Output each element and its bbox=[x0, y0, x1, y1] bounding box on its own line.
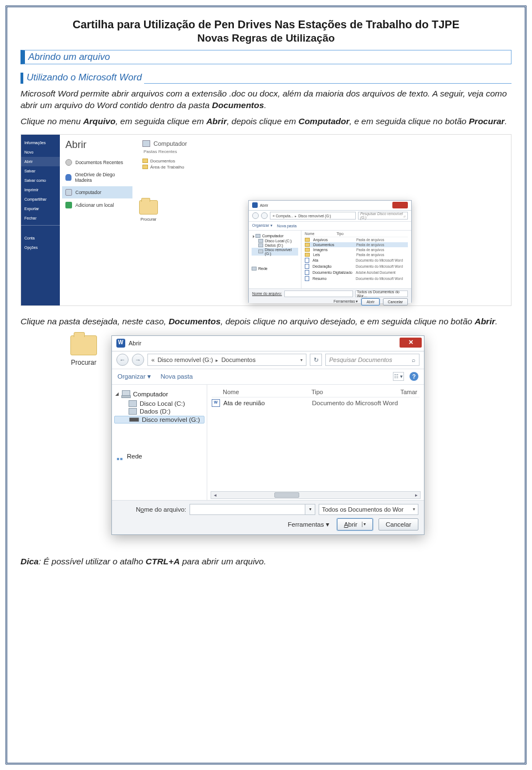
file-row[interactable]: ResumoDocumento do Microsoft Word bbox=[305, 276, 408, 282]
dropdown-icon: ▾ bbox=[413, 507, 415, 512]
cancel-label: Cancelar bbox=[386, 521, 411, 528]
right-header: Computador bbox=[142, 140, 503, 147]
open-button[interactable]: Abrir│▾ bbox=[337, 518, 373, 531]
filename-history-button[interactable]: ▾ bbox=[305, 504, 315, 515]
back-button[interactable]: ← bbox=[116, 354, 129, 366]
newfolder-button[interactable]: Nova pasta bbox=[161, 373, 193, 380]
nav-print[interactable]: Imprimir bbox=[21, 185, 60, 195]
col-size[interactable]: Tamar bbox=[391, 389, 420, 395]
nav-info[interactable]: Informações bbox=[21, 138, 60, 147]
crumb-0: « Computa... bbox=[273, 214, 293, 218]
folder-desk-label: Área de Trabalho bbox=[150, 165, 184, 170]
drive-icon bbox=[129, 400, 137, 407]
organize-button[interactable]: Organizar ▾ bbox=[117, 373, 151, 380]
filetype-select[interactable]: Todos os Documentos do Wor▾ bbox=[319, 504, 418, 515]
file-row[interactable]: DeclaraçãoDocumento do Microsoft Word bbox=[305, 263, 408, 269]
col-name[interactable]: Nome bbox=[212, 389, 311, 395]
filename-input[interactable] bbox=[284, 290, 353, 297]
folder-desktop[interactable]: Área de Trabalho bbox=[142, 165, 503, 170]
file-row[interactable]: ArquivosPasta de arquivos bbox=[305, 237, 408, 242]
back-button[interactable] bbox=[252, 212, 259, 219]
nav-close[interactable]: Fechar bbox=[21, 213, 60, 223]
nav-saveas[interactable]: Salvar como bbox=[21, 176, 60, 185]
procurar-tile[interactable]: Procurar bbox=[136, 200, 161, 222]
breadcrumb[interactable]: « Disco removível (G:) Documentos ▾ bbox=[147, 354, 306, 366]
nav-options[interactable]: Opções bbox=[21, 243, 60, 252]
navgrp-computer[interactable]: Computador bbox=[252, 234, 298, 238]
close-button[interactable]: ✕ bbox=[400, 338, 422, 348]
usb-icon bbox=[258, 249, 263, 253]
scroll-right-icon[interactable]: ▸ bbox=[412, 492, 420, 498]
computer-item[interactable]: Computador bbox=[62, 186, 132, 198]
recent-documents-item[interactable]: Documentos Recentes bbox=[62, 156, 132, 169]
big-dialog-row: Procurar Abrir ✕ ← → « Disco removível (… bbox=[70, 335, 511, 535]
file-row[interactable]: Documento DigitalizadoAdobe Acrobat Docu… bbox=[305, 269, 408, 276]
file-name: Imagens bbox=[313, 248, 353, 252]
folder-documents[interactable]: Documentos bbox=[142, 159, 503, 164]
drive-d[interactable]: Dados (D:) bbox=[114, 408, 204, 415]
plus-icon bbox=[65, 202, 72, 208]
help-button[interactable]: ? bbox=[410, 372, 418, 381]
organize-button[interactable]: Organizar ▾ bbox=[252, 223, 273, 228]
file-row[interactable]: DocumentosPasta de arquivos bbox=[305, 242, 408, 247]
nav-open[interactable]: Abrir bbox=[21, 157, 60, 166]
forward-button[interactable] bbox=[261, 212, 268, 219]
drive-c[interactable]: Disco Local (C:) bbox=[114, 400, 204, 407]
nav-new[interactable]: Novo bbox=[21, 147, 60, 157]
file-row[interactable]: LeisPasta de arquivos bbox=[305, 252, 408, 257]
newfolder-button[interactable]: Nova pasta bbox=[277, 224, 296, 228]
add-location-item[interactable]: Adicionar um local bbox=[62, 199, 132, 211]
addloc-label: Adicionar um local bbox=[75, 202, 114, 208]
file-name: Leis bbox=[313, 253, 353, 257]
crumb-dropdown-icon[interactable]: ▾ bbox=[300, 358, 303, 363]
filetype-select[interactable]: Todos os Documentos do Wor… bbox=[355, 290, 408, 297]
drive-g[interactable]: Disco removível (G:) bbox=[252, 248, 298, 256]
filename-input[interactable] bbox=[190, 504, 305, 515]
drive-c-label: Disco Local (C:) bbox=[140, 400, 185, 407]
search-input[interactable]: Pesquisar Disco removível (G:)⌕ bbox=[358, 212, 408, 220]
nav-export[interactable]: Exportar bbox=[21, 204, 60, 213]
split-dropdown-icon[interactable]: │▾ bbox=[361, 522, 366, 527]
nav-account[interactable]: Conta bbox=[21, 233, 60, 243]
drive-d[interactable]: Dados (D:) bbox=[252, 243, 298, 247]
navgrp-network[interactable]: Rede bbox=[252, 267, 298, 271]
p2-i: . bbox=[505, 116, 507, 126]
breadcrumb[interactable]: « Computa... Disco removível (G:) bbox=[270, 212, 356, 220]
recent-label: Documentos Recentes bbox=[75, 160, 123, 165]
crumb-sep-icon bbox=[295, 214, 296, 218]
view-button[interactable]: ☷ ▾ bbox=[393, 372, 404, 381]
p1-b: Documentos bbox=[212, 100, 264, 110]
procurar-standalone[interactable]: Procurar bbox=[70, 335, 97, 535]
tools-button[interactable]: Ferramentas ▾ bbox=[334, 299, 358, 304]
close-button[interactable] bbox=[392, 202, 408, 208]
section-heading-1-text: Abrindo um arquivo bbox=[28, 52, 110, 63]
tools-button[interactable]: Ferramentas ▾ bbox=[288, 521, 329, 528]
drive-c[interactable]: Disco Local (C:) bbox=[252, 239, 298, 243]
nav-save[interactable]: Salvar bbox=[21, 166, 60, 176]
onedrive-item[interactable]: OneDrive de Diego Madeira bbox=[62, 169, 132, 186]
cancel-button[interactable]: Cancelar bbox=[383, 298, 408, 305]
nav-share[interactable]: Compartilhar bbox=[21, 195, 60, 204]
scroll-left-icon[interactable]: ◂ bbox=[211, 492, 219, 498]
drive-g[interactable]: Disco removível (G:) bbox=[114, 416, 204, 424]
col-name: Nome bbox=[305, 232, 314, 236]
navgrp-label: Computador bbox=[262, 234, 284, 238]
navgrp-network[interactable]: Rede bbox=[115, 452, 203, 460]
refresh-button[interactable]: ↻ bbox=[310, 354, 322, 366]
file-row[interactable]: ImagensPasta de arquivos bbox=[305, 247, 408, 252]
open-button[interactable]: Abrir bbox=[361, 298, 379, 305]
file-row[interactable]: AtaDocumento do Microsoft Word bbox=[305, 257, 408, 263]
scroll-thumb[interactable] bbox=[274, 492, 299, 498]
file-row[interactable]: Ata de reunião Documento do Microsoft Wo… bbox=[212, 397, 420, 409]
navgrp-computer[interactable]: ◢Computador bbox=[115, 390, 203, 398]
horizontal-scrollbar[interactable]: ◂ ▸ bbox=[211, 491, 421, 499]
procurar-label: Procurar bbox=[71, 359, 96, 366]
dlg-titlebar: Abrir ✕ bbox=[112, 336, 424, 351]
cancel-button[interactable]: Cancelar bbox=[378, 518, 418, 531]
search-input[interactable]: Pesquisar Documentos⌕ bbox=[325, 354, 420, 366]
doc-subtitle: Novas Regras de Utilização bbox=[21, 32, 511, 44]
forward-button[interactable]: → bbox=[132, 354, 144, 366]
col-type[interactable]: Tipo bbox=[311, 389, 391, 395]
p2-b: Arquivo bbox=[83, 116, 116, 126]
file-type: Pasta de arquivos bbox=[356, 243, 384, 247]
